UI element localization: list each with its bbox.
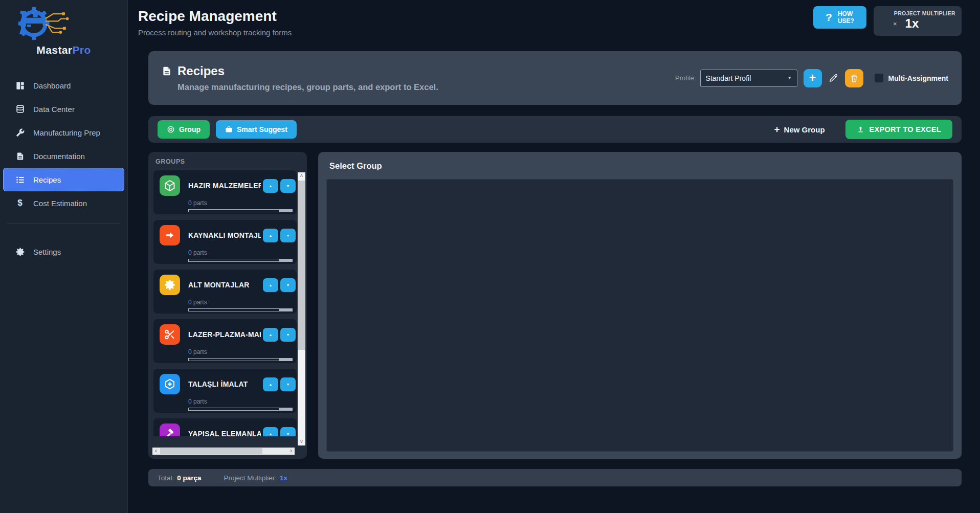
sidebar-item-label: Recipes [33, 175, 61, 184]
edit-profile-button[interactable] [828, 73, 839, 83]
group-card[interactable]: YAPISAL ELEMANLAR ▲ ▼ 0 parts [153, 418, 297, 436]
hammer-icon [160, 423, 180, 436]
delete-profile-button[interactable] [845, 69, 863, 87]
sidebar-item-label: Manufacturing Prep [33, 128, 100, 137]
footer-multiplier-value: 1x [280, 474, 287, 482]
group-scrollbar[interactable] [188, 209, 293, 212]
group-button[interactable]: Group [158, 120, 210, 139]
profile-select[interactable]: Standart Profil ▼ [700, 70, 797, 87]
scroll-right-icon[interactable]: › [287, 448, 295, 455]
groups-horizontal-scrollbar[interactable]: ‹ › [152, 448, 295, 455]
footer-multiplier-label: Project Multiplier: [224, 474, 277, 482]
scrollbar-thumb[interactable] [298, 181, 305, 350]
scroll-down-icon[interactable]: ˅ [298, 438, 305, 445]
profile-select-value: Standart Profil [706, 74, 751, 82]
sidebar-item-recipes[interactable]: Recipes [3, 168, 124, 191]
move-up-button[interactable]: ▲ [263, 328, 278, 342]
project-multiplier-label: PROJECT MULTIPLIER [880, 10, 955, 16]
group-card[interactable]: TALAŞLI İMALAT ▲ ▼ 0 parts [153, 369, 297, 413]
group-card[interactable]: ALT MONTAJLAR ▲ ▼ 0 parts [153, 270, 297, 314]
project-multiplier-value: 1x [905, 16, 919, 31]
new-group-button[interactable]: + New Group [774, 124, 825, 135]
multi-assignment-checkbox[interactable] [875, 74, 883, 82]
export-to-excel-button[interactable]: EXPORT TO EXCEL [845, 120, 952, 139]
gear-icon [15, 247, 25, 257]
how-use-button[interactable]: ? HOW USE? [813, 6, 866, 29]
brand-name: MastarPro [0, 44, 127, 56]
move-down-button[interactable]: ▼ [280, 328, 296, 342]
how-use-line2: USE? [838, 17, 854, 25]
app-logo [0, 5, 127, 42]
sidebar-item-label: Settings [33, 248, 61, 256]
sidebar-item-documentation[interactable]: Documentation [3, 144, 124, 168]
sidebar: MastarPro Dashboard Data Center Manufact… [0, 0, 128, 513]
group-card[interactable]: LAZER-PLAZMA-MAKAS ▲ ▼ 0 parts [153, 319, 297, 363]
plus-icon: + [774, 124, 779, 135]
move-down-button[interactable]: ▼ [280, 377, 296, 391]
sidebar-item-settings[interactable]: Settings [3, 240, 124, 263]
dollar-icon: $ [15, 198, 25, 208]
group-button-label: Group [179, 125, 201, 133]
multi-assignment-label: Multi-Assignment [888, 74, 948, 82]
sidebar-item-manufacturing-prep[interactable]: Manufacturing Prep [3, 121, 124, 144]
recipes-panel-title: Recipes [177, 64, 225, 78]
gear-icon [160, 275, 180, 295]
caret-down-icon: ▼ [286, 184, 290, 188]
caret-down-icon: ▼ [286, 234, 290, 237]
select-group-panel: Select Group [318, 152, 962, 459]
sidebar-item-data-center[interactable]: Data Center [3, 97, 124, 121]
caret-up-icon: ▲ [269, 333, 273, 337]
move-up-button[interactable]: ▲ [263, 229, 278, 242]
upload-icon [857, 126, 864, 133]
page-title: Recipe Management [138, 8, 292, 25]
cube-icon [160, 175, 180, 196]
page-subtitle: Process routing and workshop tracking fo… [138, 28, 292, 37]
sidebar-item-dashboard[interactable]: Dashboard [3, 74, 124, 97]
scissors-icon [160, 324, 180, 345]
move-down-button[interactable]: ▼ [280, 229, 296, 242]
move-down-button[interactable]: ▼ [280, 179, 296, 193]
group-name: KAYNAKLI MONTAJLAR [180, 231, 261, 239]
caret-up-icon: ▲ [269, 432, 273, 436]
caret-up-icon: ▲ [269, 234, 273, 237]
scroll-up-icon[interactable]: ˄ [298, 172, 305, 180]
group-detail-area [326, 179, 953, 452]
groups-vertical-scrollbar[interactable]: ˄ ˅ [298, 172, 305, 445]
group-scrollbar[interactable] [188, 408, 293, 411]
move-up-button[interactable]: ▲ [263, 179, 278, 193]
scroll-left-icon[interactable]: ‹ [152, 448, 160, 455]
group-name: YAPISAL ELEMANLAR [180, 430, 261, 436]
smart-suggest-button[interactable]: Smart Suggest [216, 120, 297, 139]
pencil-icon [828, 73, 839, 83]
target-icon [167, 125, 175, 133]
total-label: Total: [158, 474, 174, 482]
sidebar-item-label: Data Center [33, 105, 75, 114]
caret-up-icon: ▲ [269, 283, 273, 287]
group-card[interactable]: HAZIR MALZEMELER ▲ ▼ 0 parts [153, 170, 297, 214]
gear-caliper-logo-icon [0, 5, 72, 42]
sidebar-item-label: Cost Estimation [33, 199, 87, 208]
add-profile-button[interactable]: + [804, 69, 822, 87]
arrow-icon [160, 225, 180, 246]
group-name: TALAŞLI İMALAT [180, 380, 261, 388]
sidebar-item-cost-estimation[interactable]: $ Cost Estimation [3, 191, 124, 215]
group-scrollbar[interactable] [188, 358, 293, 361]
group-scrollbar[interactable] [188, 259, 293, 262]
total-value: 0 parça [177, 474, 201, 482]
move-up-button[interactable]: ▲ [263, 278, 278, 292]
group-parts-count: 0 parts [188, 299, 296, 306]
move-up-button[interactable]: ▲ [263, 427, 278, 437]
group-card[interactable]: KAYNAKLI MONTAJLAR ▲ ▼ 0 parts [153, 220, 297, 264]
toolbar: Group Smart Suggest + New Group EXPORT T… [148, 116, 962, 143]
move-down-button[interactable]: ▼ [280, 427, 296, 437]
scrollbar-thumb[interactable] [160, 448, 262, 454]
groups-list: HAZIR MALZEMELER ▲ ▼ 0 parts KAYNAKLI [153, 170, 297, 436]
move-down-button[interactable]: ▼ [280, 278, 296, 292]
groups-panel: GROUPS HAZIR MALZEMELER ▲ ▼ 0 parts [148, 152, 307, 459]
group-name: HAZIR MALZEMELER [180, 182, 261, 190]
group-scrollbar[interactable] [188, 308, 293, 311]
caret-down-icon: ▼ [286, 383, 290, 386]
move-up-button[interactable]: ▲ [263, 377, 278, 391]
hex-nut-icon [160, 374, 180, 394]
new-group-button-label: New Group [784, 125, 825, 134]
